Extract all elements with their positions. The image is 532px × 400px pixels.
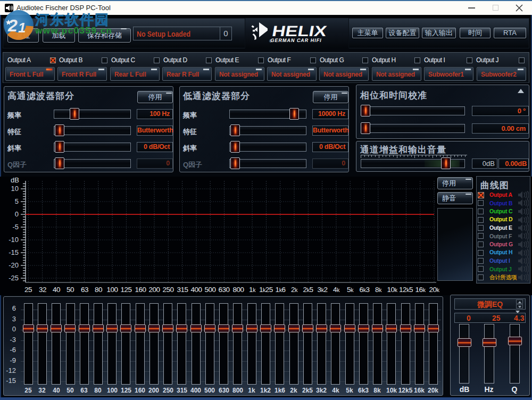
- svg-text:®: ®: [269, 39, 272, 43]
- svg-text:GERMAN CAR HIFI: GERMAN CAR HIFI: [270, 37, 322, 43]
